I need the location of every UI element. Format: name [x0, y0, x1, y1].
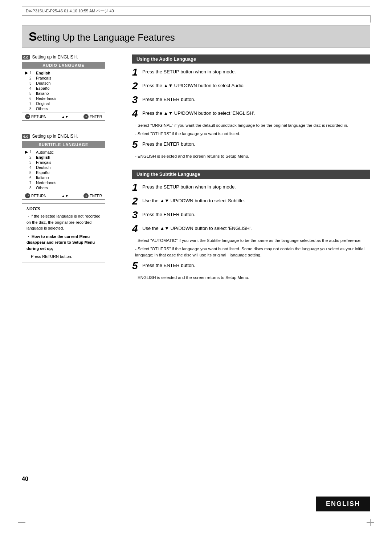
- audio-menu-items: ▶ 1 English 2 Français 3 Deutsch: [22, 69, 105, 113]
- subtitle-item-2: 2 English: [25, 155, 102, 160]
- subtitle-item-7: 7 Nederlands: [25, 180, 102, 185]
- audio-step-3: 3 Press the ENTER button.: [132, 95, 370, 105]
- audio-step-1-num: 1: [132, 67, 140, 77]
- audio-note-2: Select "OTHERS" if the language you want…: [132, 131, 370, 137]
- subtitle-item-6: 6 Italiano: [25, 175, 102, 180]
- subtitle-step-4: 4 Use the ▲▼ UP/DOWN button to select 'E…: [132, 224, 370, 234]
- subtitle-item-8: 8 Others: [25, 185, 102, 190]
- subtitle-menu-box: SUBTITLE LANGUAGE ▶ 1 Automatic 2 Englis…: [22, 141, 105, 200]
- right-column: Using the Audio Language 1 Press the SET…: [132, 51, 370, 283]
- subtitle-eg-label: e.g Setting up in ENGLISH.: [22, 134, 78, 139]
- audio-step-3-text: Press the ENTER button.: [142, 95, 195, 103]
- left-column: e.g Setting up in ENGLISH. AUDIO LANGUAG…: [22, 51, 123, 283]
- audio-item-1: ▶ 1 English: [25, 70, 102, 76]
- sub-return-circle: ↩: [25, 193, 30, 198]
- audio-instructions: Using the Audio Language 1 Press the SET…: [132, 54, 370, 159]
- audio-item-6: 6 Nederlands: [25, 96, 102, 101]
- arrow-1: ▶: [25, 70, 29, 75]
- subtitle-step-3: 3 Press the ENTER button.: [132, 210, 370, 220]
- subtitle-step-2-text: Use the ▲▼ UP/DOWN button to select Subt…: [142, 196, 245, 204]
- audio-note-1: Select "ORIGINAL" if you want the defaul…: [132, 122, 370, 129]
- bottom-right-crosshair: [367, 519, 374, 526]
- subtitle-step-5-text: Press the ENTER button.: [142, 261, 195, 269]
- subtitle-step-2-num: 2: [132, 196, 140, 206]
- sub-enter-btn: ● ENTER: [83, 193, 102, 198]
- subtitle-step-1-num: 1: [132, 182, 140, 193]
- audio-step-5: 5 Press the ENTER button.: [132, 139, 370, 150]
- notes-box: NOTES If the selected language is not re…: [22, 203, 105, 263]
- sub-nav-arrows: ▲▼: [61, 194, 69, 198]
- audio-item-5: 5 Italiano: [25, 91, 102, 96]
- enter-btn: ● ENTER: [83, 114, 102, 119]
- audio-menu-box: AUDIO LANGUAGE ▶ 1 English 2 Français: [22, 62, 105, 121]
- return-label: RETURN: [31, 115, 46, 119]
- subtitle-step-3-text: Press the ENTER button.: [142, 210, 195, 218]
- audio-step-2-text: Press the ▲▼ UP/DOWN button to select Au…: [142, 81, 245, 89]
- subtitle-eg-text: Setting up in ENGLISH.: [32, 134, 78, 139]
- subtitle-item-3: 3 Français: [25, 160, 102, 165]
- title-rest: etting Up the Language Features: [37, 32, 175, 43]
- subtitle-step-3-num: 3: [132, 210, 140, 220]
- audio-item-7: 7 Original: [25, 101, 102, 106]
- notes-title: NOTES: [26, 207, 101, 211]
- subtitle-menu-items: ▶ 1 Automatic 2 English 3 Français: [22, 148, 105, 192]
- subtitle-item-1: ▶ 1 Automatic: [25, 149, 102, 155]
- sub-nav-btn: ▲▼: [61, 194, 69, 198]
- audio-after-note: - ENGLISH is selected and the screen ret…: [132, 153, 370, 159]
- audio-step-2: 2 Press the ▲▼ UP/DOWN button to select …: [132, 81, 370, 91]
- subtitle-menu-footer: ↩ RETURN ▲▼ ● ENTER: [22, 192, 105, 199]
- audio-step-5-text: Press the ENTER button.: [142, 139, 195, 147]
- nav-arrows: ▲▼: [61, 115, 69, 119]
- subtitle-note-1: Select "AUTOMATIC" if you want the Subti…: [132, 238, 370, 244]
- top-right-crosshair: [367, 15, 374, 23]
- audio-eg-label: e.g Setting up in ENGLISH.: [22, 54, 78, 60]
- page-wrapper: DV-P315U-E-P25-46 01.4.10 10:55 AM ページ 4…: [0, 0, 392, 555]
- subtitle-menu-title: SUBTITLE LANGUAGE: [22, 141, 105, 148]
- subtitle-item-4: 4 Deutsch: [25, 165, 102, 170]
- subtitle-step-2: 2 Use the ▲▼ UP/DOWN button to select Su…: [132, 196, 370, 206]
- audio-step-4-num: 4: [132, 109, 140, 119]
- title-section: Setting Up the Language Features: [22, 25, 370, 48]
- title-box: Setting Up the Language Features: [22, 25, 370, 48]
- note-1: If the selected language is not recorded…: [26, 213, 101, 231]
- header-bar: DV-P315U-E-P25-46 01.4.10 10:55 AM ページ 4…: [22, 7, 370, 16]
- subtitle-after-note: - ENGLISH is selected and the screen ret…: [132, 275, 370, 281]
- sub-enter-circle: ●: [83, 193, 89, 198]
- note-2: How to make the current Menu disappear a…: [26, 234, 101, 252]
- sub-arrow-1: ▶: [25, 150, 29, 154]
- audio-item-2: 2 Français: [25, 76, 102, 81]
- audio-menu-title: AUDIO LANGUAGE: [22, 62, 105, 69]
- audio-step-4-text: Press the ▲▼ UP/DOWN button to select 'E…: [142, 109, 256, 117]
- subtitle-step-5-num: 5: [132, 261, 140, 271]
- note-2-sub: Press RETURN button.: [26, 254, 101, 260]
- subtitle-section-header: Using the Subtitle Language: [132, 170, 370, 179]
- subtitle-step-1: 1 Press the SETUP button when in stop mo…: [132, 182, 370, 193]
- audio-section-header: Using the Audio Language: [132, 54, 370, 64]
- return-btn: ↩ RETURN: [25, 114, 46, 119]
- page-title: Setting Up the Language Features: [29, 29, 363, 44]
- sub-enter-label: ENTER: [90, 194, 102, 198]
- audio-step-1-text: Press the SETUP button when in stop mode…: [142, 67, 236, 75]
- eg-badge-subtitle: e.g: [22, 134, 30, 139]
- audio-menu-footer: ↩ RETURN ▲▼ ● ENTER: [22, 113, 105, 120]
- sub-return-btn: ↩ RETURN: [25, 193, 46, 198]
- notes-content: If the selected language is not recorded…: [26, 213, 101, 260]
- subtitle-item-5: 5 Español: [25, 170, 102, 175]
- header-text: DV-P315U-E-P25-46 01.4.10 10:55 AM ページ 4…: [26, 8, 114, 14]
- subtitle-step-4-num: 4: [132, 224, 140, 234]
- audio-item-8: 8 Others: [25, 106, 102, 111]
- audio-step-2-num: 2: [132, 81, 140, 91]
- enter-circle: ●: [83, 114, 89, 119]
- title-s-letter: S: [29, 29, 37, 43]
- subtitle-instructions: Using the Subtitle Language 1 Press the …: [132, 170, 370, 281]
- page-number: 40: [22, 476, 28, 482]
- sub-return-label: RETURN: [31, 194, 46, 198]
- audio-eg-text: Setting up in ENGLISH.: [32, 54, 78, 60]
- audio-step-1: 1 Press the SETUP button when in stop mo…: [132, 67, 370, 77]
- audio-step-3-num: 3: [132, 95, 140, 105]
- audio-item-3: 3 Deutsch: [25, 81, 102, 86]
- subtitle-note-2: Select "OTHERS" if the language you want…: [132, 246, 370, 259]
- subtitle-step-5: 5 Press the ENTER button.: [132, 261, 370, 271]
- subtitle-step-1-text: Press the SETUP button when in stop mode…: [142, 182, 236, 190]
- enter-label: ENTER: [90, 115, 102, 119]
